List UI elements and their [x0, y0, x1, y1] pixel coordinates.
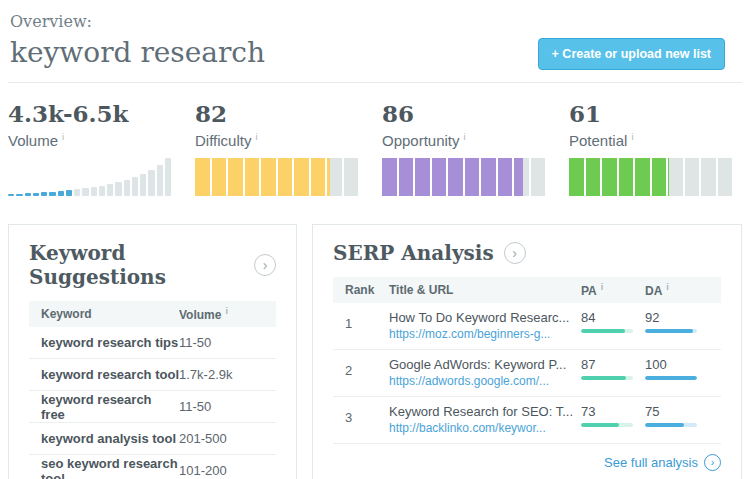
da-bar-fill — [645, 376, 697, 380]
metric-difficulty: 82 Difficultyi — [195, 101, 358, 196]
volume-label-row: Volumei — [8, 128, 171, 150]
meter-segment — [311, 158, 326, 196]
serp-analysis-open-icon[interactable]: › — [504, 242, 526, 264]
result-url-link[interactable]: http://backlinko.com/keywor... — [389, 421, 573, 435]
result-url-link[interactable]: https://moz.com/beginners-g... — [389, 327, 573, 341]
meter-segment — [602, 158, 617, 196]
opportunity-value: 86 — [382, 101, 545, 127]
volume-cell: 101-200 — [179, 463, 264, 478]
rank-cell: 2 — [345, 357, 389, 378]
meter-segment — [261, 158, 276, 196]
keyword-suggestion-row[interactable]: keyword analysis tool201-500 — [29, 423, 276, 455]
volume-column-header: Volumei — [179, 306, 264, 322]
volume-histogram-bar — [16, 194, 22, 196]
difficulty-meter — [195, 158, 358, 196]
meter-segment — [278, 158, 293, 196]
meter-segment — [399, 158, 414, 196]
rank-cell: 3 — [345, 404, 389, 425]
rank-column-header: Rank — [345, 283, 389, 297]
potential-info-icon[interactable]: i — [631, 132, 633, 142]
volume-histogram-bar — [74, 189, 80, 196]
pa-bar-track — [581, 423, 633, 427]
rank-cell: 1 — [345, 310, 389, 331]
opportunity-label-row: Opportunityi — [382, 128, 545, 150]
keyword-suggestions-open-icon[interactable]: › — [254, 254, 276, 276]
da-value: 92 — [645, 310, 709, 325]
pa-cell: 87 — [581, 357, 645, 380]
keyword-suggestion-row[interactable]: keyword research tool1.7k-2.9k — [29, 359, 276, 391]
volume-histogram-bar — [41, 192, 47, 196]
pa-column-label: PA — [581, 284, 597, 298]
meter-segment — [382, 158, 397, 196]
potential-value: 61 — [569, 101, 732, 127]
meter-segment — [294, 158, 309, 196]
meter-segment — [228, 158, 243, 196]
da-bar-track — [645, 423, 697, 427]
result-url-link[interactable]: https://adwords.google.com/... — [389, 374, 573, 388]
see-full-analysis-link[interactable]: See full analysis › — [333, 454, 721, 471]
difficulty-info-icon[interactable]: i — [255, 132, 257, 142]
meter-segment — [195, 158, 210, 196]
volume-cell: 11-50 — [179, 399, 264, 414]
volume-histogram-bar — [140, 174, 146, 196]
pa-value: 84 — [581, 310, 645, 325]
volume-histogram-bar — [66, 190, 72, 196]
volume-info-icon[interactable]: i — [62, 132, 64, 142]
pa-column-header: PAi — [581, 282, 645, 298]
volume-histogram-bar — [25, 193, 31, 196]
pa-column-info-icon[interactable]: i — [601, 282, 604, 292]
keyword-cell: keyword research tool — [41, 367, 179, 382]
da-cell: 100 — [645, 357, 709, 380]
pa-bar-fill — [581, 329, 625, 333]
volume-column-info-icon[interactable]: i — [225, 306, 228, 316]
volume-value: 4.3k-6.5k — [8, 101, 171, 127]
keyword-suggestion-row[interactable]: seo keyword research tool101-200 — [29, 455, 276, 479]
title-url-cell: Google AdWords: Keyword P...https://adwo… — [389, 357, 581, 388]
serp-analysis-title-row: SERP Analysis › — [333, 241, 721, 265]
page: Overview: keyword research + Create or u… — [0, 0, 750, 479]
keyword-suggestions-panel: Keyword Suggestions › Keyword Volumei ke… — [8, 224, 297, 479]
da-bar-fill — [645, 329, 693, 333]
keyword-cell: keyword analysis tool — [41, 431, 179, 446]
pa-cell: 84 — [581, 310, 645, 333]
serp-analysis-rows: 1How To Do Keyword Researc...https://moz… — [333, 303, 721, 444]
serp-analysis-panel: SERP Analysis › Rank Title & URL PAi DAi… — [312, 224, 742, 479]
meter-segment — [245, 158, 260, 196]
opportunity-label: Opportunity — [382, 132, 460, 149]
header: Overview: keyword research + Create or u… — [0, 0, 750, 69]
volume-histogram-bar — [165, 158, 171, 196]
opportunity-meter — [382, 158, 545, 196]
meter-segment — [619, 158, 634, 196]
da-column-info-icon[interactable]: i — [666, 282, 669, 292]
meter-segment — [531, 158, 546, 196]
result-title: How To Do Keyword Researc... — [389, 310, 573, 325]
keyword-suggestion-row[interactable]: keyword research tips11-50 — [29, 327, 276, 359]
serp-result-row: 3Keyword Research for SEO: T...http://ba… — [333, 397, 721, 444]
keyword-suggestion-row[interactable]: keyword research free11-50 — [29, 391, 276, 423]
keyword-cell: keyword research free — [41, 392, 179, 422]
difficulty-value: 82 — [195, 101, 358, 127]
keyword-suggestions-title-row: Keyword Suggestions › — [29, 241, 276, 289]
keyword-cell: seo keyword research tool — [41, 456, 179, 479]
opportunity-info-icon[interactable]: i — [464, 132, 466, 142]
meter-segment — [652, 158, 667, 196]
da-value: 75 — [645, 404, 709, 419]
difficulty-label-row: Difficultyi — [195, 128, 358, 150]
title-url-cell: How To Do Keyword Researc...https://moz.… — [389, 310, 581, 341]
metric-volume: 4.3k-6.5k Volumei — [8, 101, 171, 196]
da-bar-fill — [645, 423, 684, 427]
da-value: 100 — [645, 357, 709, 372]
meter-segment — [514, 158, 529, 196]
volume-histogram-bar — [82, 188, 88, 196]
meter-segment — [635, 158, 650, 196]
da-bar-track — [645, 376, 697, 380]
da-cell: 75 — [645, 404, 709, 427]
volume-histogram-bar — [124, 180, 130, 196]
meter-segment — [569, 158, 584, 196]
see-full-analysis-chevron-icon: › — [704, 454, 721, 471]
meter-segment — [415, 158, 430, 196]
potential-meter — [569, 158, 732, 196]
volume-label: Volume — [8, 132, 58, 149]
create-upload-list-button[interactable]: + Create or upload new list — [538, 38, 725, 70]
da-cell: 92 — [645, 310, 709, 333]
